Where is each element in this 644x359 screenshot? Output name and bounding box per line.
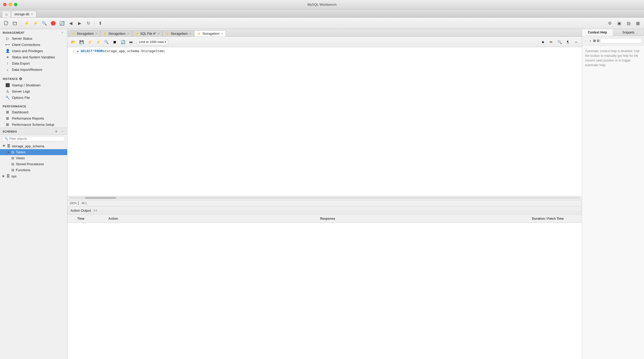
zoom-control[interactable]: 100% ▲ ▼ [69, 201, 79, 205]
execute-selection-button[interactable]: ⚡ [31, 19, 40, 27]
sidebar-item-startup-shutdown[interactable]: ⬛ Startup / Shutdown [0, 82, 67, 88]
stop-button[interactable]: 🔍 [40, 19, 48, 27]
sql-skip-button[interactable]: ⏭ [128, 38, 135, 46]
sql-open-button[interactable]: 📂 [69, 38, 77, 46]
query-tab-close-1[interactable]: ✕ [127, 32, 129, 35]
sql-editor[interactable]: 1 ● SELECT * FROM storage_app_schema.Sto… [67, 47, 582, 196]
schema-sub-item-views[interactable]: ⊟ Views [0, 155, 67, 161]
layout-2-button[interactable]: ▤ [624, 19, 633, 27]
zoom-down-icon: ▼ [77, 203, 79, 205]
query-tab-close-4[interactable]: ✕ [221, 32, 223, 35]
main-toolbar: ⚡ ⚡ 🔍 🛑 🔄 ◀ ▶ ↻ ⬆ ⚙ ▣ ▤ ▦ [0, 18, 644, 29]
sql-star: * [93, 49, 95, 53]
sidebar-item-server-status[interactable]: ▷ Server Status [0, 35, 67, 42]
sidebar-item-performance-schema[interactable]: ⊞ Performance Schema Setup [0, 121, 67, 128]
toggle-button[interactable]: 🔄 [58, 19, 66, 27]
query-tab-0[interactable]: ⚡ StorageItem ✕ [68, 30, 100, 37]
schema-item-sys[interactable]: 🗄 sys [0, 173, 67, 179]
bolt-icon-0: ⚡ [71, 32, 75, 36]
open-sql-button[interactable] [11, 19, 19, 27]
query-tab-1[interactable]: ⚡ StorageItem ✕ [100, 30, 132, 37]
schemas-search-box: 🔍 [2, 136, 65, 141]
sql-scrollbar-thumb[interactable] [85, 197, 116, 199]
execute-button[interactable]: ⚡ [23, 19, 31, 27]
sidebar-item-users-and-privileges[interactable]: 👤 Users and Privileges [0, 48, 67, 54]
sidebar-item-options-file[interactable]: 🔧 Options File [0, 94, 67, 101]
query-tab-close-2[interactable]: ✕ [158, 32, 160, 35]
stop-execution-button[interactable]: 🛑 [49, 19, 57, 27]
query-tab-close-0[interactable]: ✕ [95, 32, 97, 35]
import-button[interactable]: ⬆ [96, 19, 104, 27]
management-expand-button[interactable]: ⤢ [60, 30, 65, 34]
context-help-search-input[interactable] [600, 38, 642, 43]
schema-search-input[interactable] [9, 137, 63, 141]
sidebar-item-dashboard[interactable]: ⊞ Dashboard [0, 109, 67, 115]
schema-expand-icon [3, 145, 5, 147]
query-tab-close-3[interactable]: ✕ [189, 32, 191, 35]
settings-button[interactable]: ⚙ [606, 19, 614, 27]
tab-snippets[interactable]: Snippets [613, 29, 644, 36]
col-header-time: Time [75, 216, 106, 222]
limit-select[interactable]: Limit to 1000 rows ▾ [137, 39, 168, 45]
minimize-button[interactable] [9, 3, 12, 6]
sql-table-ref: storage_app_schema.StorageItem; [103, 49, 165, 53]
sql-save-button[interactable]: 💾 [78, 38, 85, 46]
schema-sub-item-functions[interactable]: ⊟ Functions [0, 167, 67, 173]
sql-expand-button[interactable]: ↔ [572, 38, 580, 46]
nav-extra-button-1[interactable]: ⊞ [593, 37, 596, 44]
tab-close-icon[interactable]: ✕ [31, 13, 33, 16]
bolt-icon-4: ⚡ [197, 32, 201, 36]
schema-sub-item-tables[interactable]: ⊟ Tables [0, 149, 67, 155]
right-panel: Context Help Snippets ‹ › ⊞ ⊟ Automatic … [582, 29, 644, 359]
tables-label: Tables [16, 150, 26, 154]
storage-db-tab[interactable]: storage-db ✕ [11, 11, 36, 17]
query-tab-label-4: StorageItem [202, 32, 219, 36]
query-tab-3[interactable]: ⚡ StorageItem ✕ [163, 30, 194, 37]
query-tab-2[interactable]: ⚡ SQL File 4* ✕ [132, 30, 163, 37]
prev-button[interactable]: ◀ [67, 19, 75, 27]
data-export-icon: ↑ [5, 61, 10, 65]
query-tab-label-1: StorageItem [108, 32, 125, 36]
window-controls [3, 3, 17, 6]
sql-execute-button[interactable]: ⚡ [86, 38, 93, 46]
sql-pen-button[interactable]: ✏ [548, 38, 555, 46]
schema-sub-item-stored-procedures[interactable]: ⊟ Stored Procedures [0, 161, 67, 167]
close-button[interactable] [3, 3, 6, 6]
new-sql-button[interactable] [2, 19, 10, 27]
schemas-refresh-button[interactable]: ⊕ [54, 129, 59, 133]
tab-context-help[interactable]: Context Help [582, 29, 613, 36]
nav-next-button[interactable]: › [589, 38, 592, 44]
sidebar-item-label: Performance Schema Setup [12, 123, 54, 127]
sql-execute-sel-button[interactable]: ⚡ [94, 38, 102, 46]
maximize-button[interactable] [14, 3, 17, 6]
sql-line-1: 1 ● SELECT * FROM storage_app_schema.Sto… [67, 49, 582, 54]
col-header-action: Action [106, 216, 318, 222]
sidebar-item-data-import[interactable]: ↓ Data Import/Restore [0, 66, 67, 73]
nav-extra-button-2[interactable]: ⊟ [597, 37, 599, 44]
sql-stop-button[interactable]: ⏹ [111, 38, 118, 46]
sidebar-item-data-export[interactable]: ↑ Data Export [0, 60, 67, 66]
action-output-bar[interactable]: Action Output ⬆⬇ [67, 206, 582, 215]
refresh-button[interactable]: ↻ [84, 19, 93, 27]
sidebar-item-client-connections[interactable]: ⟵ Client Connections [0, 42, 67, 48]
home-tab[interactable]: ⌂ [2, 11, 11, 17]
nav-prev-button[interactable]: ‹ [584, 38, 587, 44]
sql-inspect-button[interactable]: 🔍 [556, 38, 563, 46]
sidebar-item-performance-reports[interactable]: ⊞ Performance Reports [0, 115, 67, 121]
sql-from-keyword: FROM [95, 49, 103, 53]
sql-search-button[interactable]: 🔍 [103, 38, 110, 46]
next-button[interactable]: ▶ [75, 19, 84, 27]
layout-3-button[interactable]: ▦ [634, 19, 642, 27]
schema-item-storage-app-schema[interactable]: 🗄 storage_app_schema [0, 143, 67, 149]
sql-scrollbar-area [67, 196, 582, 200]
sql-bookmark-button[interactable]: ★ [539, 38, 547, 46]
sidebar-item-server-logs[interactable]: ⚠ Server Logs [0, 88, 67, 94]
sidebar-item-status-system-variables[interactable]: ≡ Status and System Variables [0, 54, 67, 60]
sql-toggle-button[interactable]: 🔄 [119, 38, 127, 46]
sql-scrollbar-track[interactable] [69, 197, 580, 199]
schemas-expand-button[interactable]: ⤢ [60, 129, 65, 133]
sql-format-button[interactable]: ¶ [564, 38, 571, 46]
layout-1-button[interactable]: ▣ [615, 19, 623, 27]
sys-expand-icon [3, 175, 5, 177]
query-tab-4[interactable]: ⚡ StorageItem ✕ [194, 30, 226, 37]
